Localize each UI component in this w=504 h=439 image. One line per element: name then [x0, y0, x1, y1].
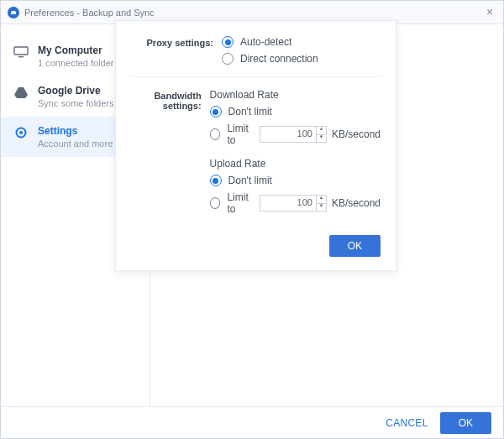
proxy-settings-label: Proxy settings:	[131, 36, 222, 70]
proxy-direct-radio[interactable]	[222, 53, 234, 65]
svg-point-4	[19, 131, 23, 134]
dialog-ok-button[interactable]: OK	[329, 235, 381, 257]
sidebar-item-subtitle: 1 connected folder	[38, 58, 114, 68]
download-limit-value: 100	[260, 127, 316, 142]
upload-rate-heading: Upload Rate	[210, 158, 381, 170]
upload-limit-value: 100	[260, 196, 316, 211]
upload-limit-input[interactable]: 100 ▲▼	[260, 195, 327, 212]
sidebar-item-subtitle: Account and more	[38, 138, 113, 149]
window-title: Preferences - Backup and Sync	[24, 8, 155, 18]
cloud-icon	[8, 7, 19, 18]
download-limit-to-label: Limit to	[227, 123, 256, 146]
cancel-button[interactable]: CANCEL	[386, 417, 428, 429]
upload-limit-to-radio[interactable]	[210, 197, 221, 209]
upload-dont-limit-label: Don't limit	[228, 175, 272, 186]
sidebar-item-title: Google Drive	[38, 85, 113, 97]
download-limit-unit: KB/second	[332, 128, 381, 140]
network-settings-dialog: Proxy settings: Auto-detect Direct conne…	[115, 20, 396, 271]
download-limit-input[interactable]: 100 ▲▼	[260, 126, 327, 143]
gear-icon	[13, 126, 29, 139]
upload-limit-unit: KB/second	[332, 197, 381, 209]
footer: CANCEL OK	[1, 406, 503, 438]
proxy-auto-detect-label: Auto-detect	[240, 36, 291, 48]
upload-dont-limit-radio[interactable]	[210, 175, 222, 186]
content-pane: Proxy settings: Auto-detect Direct conne…	[150, 24, 503, 406]
main-area: My Computer 1 connected folder Google Dr…	[1, 24, 503, 406]
svg-rect-1	[18, 56, 24, 57]
download-dont-limit-radio[interactable]	[210, 106, 222, 118]
bandwidth-settings-label: Bandwidth settings:	[131, 89, 210, 220]
proxy-auto-detect-radio[interactable]	[222, 36, 234, 48]
drive-icon	[13, 86, 29, 99]
sidebar-item-title: Settings	[38, 125, 113, 137]
download-limit-to-radio[interactable]	[210, 128, 221, 140]
download-rate-heading: Download Rate	[210, 89, 381, 101]
sidebar-item-subtitle: Sync some folders	[38, 98, 113, 108]
upload-limit-spinner[interactable]: ▲▼	[316, 196, 326, 211]
svg-rect-0	[14, 47, 28, 55]
download-dont-limit-label: Don't limit	[228, 106, 272, 118]
download-limit-spinner[interactable]: ▲▼	[316, 127, 326, 142]
upload-limit-to-label: Limit to	[227, 191, 256, 215]
monitor-icon	[13, 45, 29, 59]
ok-button[interactable]: OK	[440, 412, 491, 434]
close-icon[interactable]: ×	[483, 6, 496, 19]
proxy-direct-label: Direct connection	[240, 53, 318, 65]
sidebar-item-title: My Computer	[38, 44, 114, 56]
svg-marker-2	[14, 87, 28, 98]
